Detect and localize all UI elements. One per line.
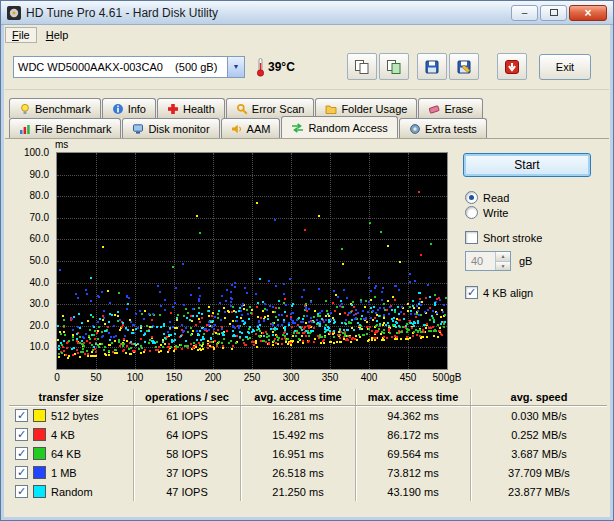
scatter-point: [195, 324, 197, 326]
scatter-point: [203, 328, 205, 330]
tab-aam[interactable]: AAM: [221, 118, 281, 138]
scatter-point: [221, 295, 223, 297]
read-radio-label: Read: [483, 192, 509, 204]
start-button[interactable]: Start: [463, 153, 591, 177]
write-radio[interactable]: Write: [465, 206, 508, 219]
series-checkbox[interactable]: ✓: [15, 428, 28, 441]
scatter-point: [240, 310, 242, 312]
gear-icon: [409, 123, 421, 135]
series-checkbox[interactable]: ✓: [15, 409, 28, 422]
tab-health[interactable]: Health: [157, 98, 225, 118]
save-text-button[interactable]: [417, 53, 447, 80]
scatter-point: [347, 329, 349, 331]
short-stroke-size-input[interactable]: 40 ▲ ▼: [465, 251, 511, 271]
scatter-point: [388, 330, 390, 332]
scatter-point: [139, 310, 141, 312]
scatter-point: [198, 312, 200, 314]
scatter-point: [187, 312, 189, 314]
scatter-point: [170, 334, 172, 336]
scatter-point: [425, 297, 427, 299]
series-checkbox[interactable]: ✓: [15, 466, 28, 479]
scatter-point: [444, 321, 446, 323]
exit-button[interactable]: Exit: [539, 54, 591, 80]
scatter-point: [230, 340, 232, 342]
scatter-point: [168, 334, 170, 336]
tab-erase[interactable]: Erase: [418, 98, 483, 118]
minimize-button[interactable]: –: [511, 5, 538, 21]
tab-label: Info: [128, 103, 146, 115]
tab-extra-tests[interactable]: Extra tests: [399, 118, 487, 138]
x-tick-label: 300: [283, 372, 300, 383]
scatter-point: [119, 319, 121, 321]
tab-error-scan[interactable]: Error Scan: [226, 98, 315, 118]
tab-label: Disk monitor: [148, 123, 209, 135]
scatter-point: [348, 312, 350, 314]
table-row: ✓ 512 bytes 61 IOPS 16.281 ms 94.362 ms …: [9, 406, 607, 425]
scatter-point: [223, 307, 225, 309]
health-cross-icon: [167, 103, 179, 115]
scatter-point: [199, 321, 201, 323]
scatter-point: [321, 318, 323, 320]
close-button[interactable]: ×: [569, 5, 607, 21]
download-button[interactable]: [497, 53, 527, 80]
tab-random-access[interactable]: Random Access: [281, 116, 397, 138]
scatter-point: [134, 343, 136, 345]
align-checkbox[interactable]: ✓ 4 KB align: [465, 286, 533, 299]
scatter-point: [374, 339, 376, 341]
scatter-point: [211, 346, 213, 348]
scatter-point: [196, 315, 198, 317]
tab-disk-monitor[interactable]: Disk monitor: [122, 118, 219, 138]
scatter-point: [203, 333, 205, 335]
menu-help[interactable]: Help: [39, 27, 76, 43]
monitor-icon: [132, 123, 144, 135]
scatter-point: [76, 333, 78, 335]
scatter-point: [138, 348, 140, 350]
series-checkbox[interactable]: ✓: [15, 447, 28, 460]
scatter-point: [420, 337, 422, 339]
spin-up-button[interactable]: ▲: [496, 252, 510, 261]
series-checkbox[interactable]: ✓: [15, 485, 28, 498]
scatter-point: [394, 299, 396, 301]
maximize-button[interactable]: [540, 5, 567, 21]
scatter-point: [239, 307, 241, 309]
scatter-point: [350, 341, 352, 343]
copy-text-button[interactable]: [347, 53, 377, 80]
tab-folder-usage[interactable]: Folder Usage: [315, 98, 417, 118]
scatter-point: [323, 321, 325, 323]
read-radio[interactable]: Read: [465, 191, 509, 204]
tab-info[interactable]: Info: [102, 98, 156, 118]
menu-file[interactable]: File: [5, 27, 37, 43]
tab-benchmark[interactable]: Benchmark: [9, 98, 101, 118]
scatter-point: [342, 263, 344, 265]
scatter-point: [71, 348, 73, 350]
scatter-point: [229, 323, 231, 325]
scatter-point: [375, 285, 377, 287]
avg-access-value: 16.281 ms: [241, 406, 356, 425]
scatter-point: [414, 313, 416, 315]
chevron-down-icon[interactable]: ▼: [227, 57, 244, 77]
radio-unselected-icon: [465, 206, 478, 219]
save-image-button[interactable]: [449, 53, 479, 80]
scatter-point: [199, 330, 201, 332]
tab-file-benchmark[interactable]: File Benchmark: [9, 118, 121, 138]
scatter-point: [434, 294, 436, 296]
drive-select[interactable]: WDC WD5000AAKX-003CA0 (500 gB) ▼: [13, 56, 245, 78]
copy-image-button[interactable]: [379, 53, 409, 80]
scatter-point: [372, 319, 374, 321]
iops-value: 61 IOPS: [134, 406, 241, 425]
avg-speed-value: 23.877 MB/s: [471, 482, 607, 501]
short-stroke-checkbox[interactable]: Short stroke: [465, 231, 542, 244]
copy-icon: [354, 59, 370, 75]
scatter-point: [192, 308, 194, 310]
tab-label: Benchmark: [35, 103, 91, 115]
scatter-point: [198, 287, 200, 289]
title-bar[interactable]: HD Tune Pro 4.61 - Hard Disk Utility – ×: [1, 1, 613, 25]
scatter-point: [333, 342, 335, 344]
scatter-point: [90, 300, 92, 302]
scatter-point: [284, 298, 286, 300]
scatter-point: [243, 308, 245, 310]
scatter-point: [63, 331, 65, 333]
scatter-point: [269, 305, 271, 307]
scatter-point: [221, 328, 223, 330]
spin-down-button[interactable]: ▼: [496, 261, 510, 271]
